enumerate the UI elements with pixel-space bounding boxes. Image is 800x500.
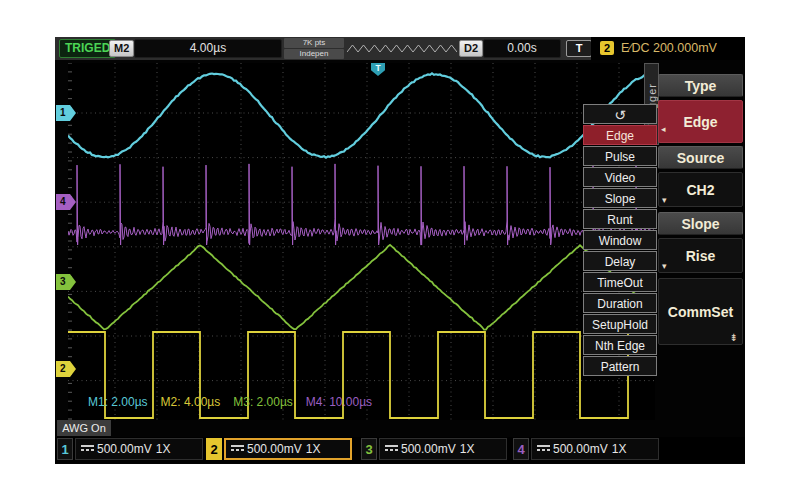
waveform-position-icon <box>347 41 457 56</box>
waveform-canvas <box>68 63 655 420</box>
menu-button-label: CommSet <box>668 304 733 320</box>
marker-measurements: M1: 2.00µsM2: 4.00µsM3: 2.00µsM4: 10.00µ… <box>88 395 508 409</box>
waveform-ch4-pulse <box>68 163 655 245</box>
measurement-m1: M1: 2.00µs <box>88 395 148 409</box>
acquisition-info-box[interactable]: 7K pts Indepen <box>284 38 344 60</box>
menu-button-label: Type <box>685 78 717 94</box>
measurement-m4: M4: 10.00µs <box>306 395 372 409</box>
timebase-value[interactable]: 4.00µs <box>134 39 282 58</box>
memory-depth: 7K pts <box>284 38 344 48</box>
probe-attenuation: 1X <box>460 442 475 456</box>
trigger-badge[interactable]: T <box>566 40 592 57</box>
probe-attenuation: 1X <box>612 442 627 456</box>
timebase-badge[interactable]: M2 <box>109 40 134 57</box>
waveform-ch3-triangle <box>68 245 654 330</box>
chevron-down-icon: ⇟ <box>730 332 738 343</box>
channel-number-3[interactable]: 3 <box>361 438 377 460</box>
channel-status-4[interactable]: 500.00mV1X <box>531 438 659 460</box>
dc-coupling-icon <box>81 445 94 454</box>
trigger-type-option-runt[interactable]: Runt <box>583 209 657 229</box>
channel-status-bar: 1500.00mV1X2500.00mV1X3500.00mV1X4500.00… <box>55 437 745 463</box>
menu-button-label: CH2 <box>686 182 714 198</box>
trigger-info-section: 2 E∕DC 200.000mV <box>591 37 745 60</box>
selected-arrow-icon: ◂ <box>661 124 666 134</box>
trigger-type-option-slope[interactable]: Slope <box>583 188 657 208</box>
channel-scale: 500.00mV <box>401 442 456 456</box>
awg-status-tab[interactable]: AWG On <box>57 420 111 436</box>
menu-button-slope[interactable]: Slope <box>658 212 743 235</box>
status-bar: TRIGED M2 4.00µs 7K pts Indepen D2 0.00s… <box>55 37 745 60</box>
trigger-type-option-nth-edge[interactable]: Nth Edge <box>583 335 657 355</box>
channel-number-2[interactable]: 2 <box>206 438 222 460</box>
measurement-m2: M2: 4.00µs <box>161 395 221 409</box>
chevron-down-icon: ▾ <box>662 195 667 205</box>
trigger-type-option-delay[interactable]: Delay <box>583 251 657 271</box>
channel-status-3[interactable]: 500.00mV1X <box>379 438 507 460</box>
trigger-type-option-edge[interactable]: Edge <box>583 125 657 145</box>
channel-scale: 500.00mV <box>553 442 608 456</box>
trigger-type-option-window[interactable]: Window <box>583 230 657 250</box>
trigger-type-option-duration[interactable]: Duration <box>583 293 657 313</box>
trigger-settings-readout: E∕DC 200.000mV <box>621 40 717 57</box>
menu-button-source[interactable]: Source <box>658 146 743 169</box>
channel-scale: 500.00mV <box>97 442 152 456</box>
horizontal-delay-badge[interactable]: D2 <box>459 40 483 57</box>
trigger-type-option-pattern[interactable]: Pattern <box>583 356 657 376</box>
trigger-type-option-pulse[interactable]: Pulse <box>583 146 657 166</box>
channel-number-4[interactable]: 4 <box>513 438 529 460</box>
channel-status-2[interactable]: 500.00mV1X <box>224 438 352 460</box>
trigger-status-badge: TRIGED <box>59 39 116 58</box>
trigger-type-option-video[interactable]: Video <box>583 167 657 187</box>
menu-button-commset[interactable]: CommSet⇟ <box>658 278 743 345</box>
menu-button-type[interactable]: Type <box>658 74 743 97</box>
channel-scale: 500.00mV <box>247 442 302 456</box>
menu-button-label: Slope <box>681 216 719 232</box>
probe-attenuation: 1X <box>306 442 321 456</box>
channel-number-1[interactable]: 1 <box>57 438 73 460</box>
screenshot-stage: TRIGED M2 4.00µs 7K pts Indepen D2 0.00s… <box>0 0 800 500</box>
trigger-type-option-setuphold[interactable]: SetupHold <box>583 314 657 334</box>
menu-button-label: Rise <box>686 248 716 264</box>
probe-attenuation: 1X <box>156 442 171 456</box>
waveform-ch1-sine <box>68 73 654 157</box>
waveform-display <box>68 63 655 420</box>
trigger-source-badge[interactable]: 2 <box>600 41 614 55</box>
dc-coupling-icon <box>385 445 398 454</box>
menu-button-rise[interactable]: Rise▾ <box>658 238 743 273</box>
dc-coupling-icon <box>537 445 550 454</box>
measurement-m3: M3: 2.00µs <box>233 395 293 409</box>
menu-button-edge[interactable]: Edge◂ <box>658 100 743 143</box>
channel-status-1[interactable]: 500.00mV1X <box>75 438 203 460</box>
menu-button-ch2[interactable]: CH2▾ <box>658 172 743 207</box>
rotate-knob-icon: ↺ <box>583 104 657 124</box>
trigger-type-option-timeout[interactable]: TimeOut <box>583 272 657 292</box>
menu-button-label: Edge <box>683 114 717 130</box>
oscilloscope-screen: TRIGED M2 4.00µs 7K pts Indepen D2 0.00s… <box>55 37 745 464</box>
trigger-type-dropdown: ↺EdgePulseVideoSlopeRuntWindowDelayTimeO… <box>583 104 657 377</box>
chevron-down-icon: ▾ <box>662 261 667 271</box>
menu-button-label: Source <box>677 150 724 166</box>
dc-coupling-icon <box>231 445 244 454</box>
acquire-mode: Indepen <box>284 49 344 59</box>
horizontal-delay-value[interactable]: 0.00s <box>483 39 561 58</box>
